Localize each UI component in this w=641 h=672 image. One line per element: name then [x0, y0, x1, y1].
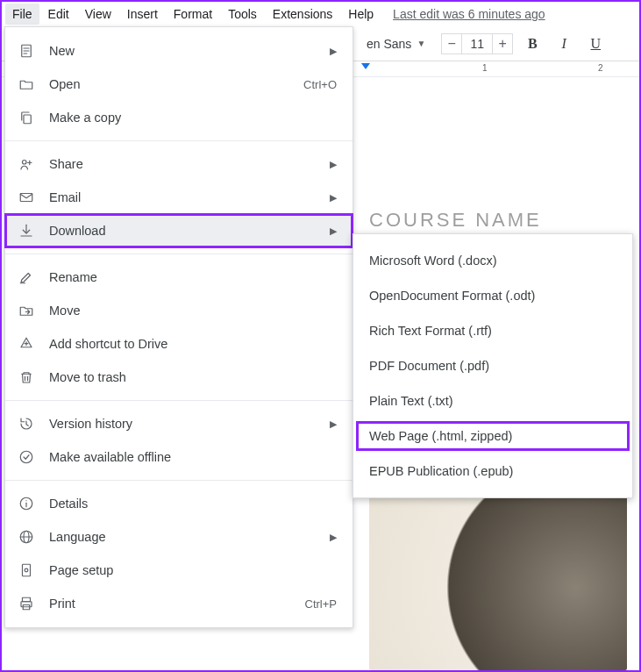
menu-label: Add shortcut to Drive: [49, 337, 337, 351]
heading-course-name[interactable]: COURSE NAME: [369, 209, 627, 232]
underline-button[interactable]: U: [583, 32, 608, 56]
ruler-tick: 1: [482, 63, 488, 73]
increase-font-button[interactable]: +: [492, 33, 513, 54]
svg-point-5: [23, 161, 27, 165]
menu-separator: [5, 480, 353, 481]
svg-point-22: [25, 568, 28, 572]
globe-icon: [18, 528, 35, 546]
menu-label: Version history: [49, 417, 316, 431]
download-submenu: Microsoft Word (.docx) OpenDocument Form…: [353, 233, 633, 498]
font-size-group: − 11 +: [441, 33, 513, 54]
menu-label: Open: [49, 77, 289, 91]
download-option-odt[interactable]: OpenDocument Format (.odt): [353, 278, 632, 313]
menu-item-rename[interactable]: Rename: [5, 261, 353, 294]
menu-item-print[interactable]: Print Ctrl+P: [5, 587, 353, 620]
menu-label: Download: [49, 224, 316, 238]
offline-icon: [18, 448, 35, 466]
font-family-select[interactable]: en Sans ▼: [361, 33, 431, 54]
download-option-docx[interactable]: Microsoft Word (.docx): [353, 243, 632, 278]
menu-item-version-history[interactable]: Version history ▶: [5, 407, 353, 440]
menubar: File Edit View Insert Format Tools Exten…: [2, 2, 639, 26]
share-icon: [18, 155, 35, 173]
menu-separator: [5, 140, 353, 141]
drive-shortcut-icon: [18, 335, 35, 353]
download-option-epub[interactable]: EPUB Publication (.epub): [353, 454, 632, 489]
submenu-arrow-icon: ▶: [330, 46, 337, 57]
menu-label: Rename: [49, 270, 337, 284]
menu-item-download[interactable]: Download ▶: [5, 214, 353, 247]
info-icon: [18, 495, 35, 512]
svg-point-17: [25, 500, 26, 501]
menu-label: Make a copy: [49, 111, 337, 125]
move-folder-icon: [18, 302, 35, 319]
decrease-font-button[interactable]: −: [441, 33, 462, 54]
menu-item-new[interactable]: New ▶: [5, 34, 353, 68]
download-option-txt[interactable]: Plain Text (.txt): [353, 383, 632, 418]
email-icon: [18, 189, 35, 206]
menu-separator: [5, 254, 353, 254]
font-family-label: en Sans: [367, 37, 411, 51]
menu-label: Language: [49, 530, 316, 544]
menu-file[interactable]: File: [5, 4, 39, 25]
svg-rect-8: [20, 194, 32, 202]
bold-button[interactable]: B: [520, 32, 545, 56]
page-setup-icon: [18, 561, 35, 579]
copy-icon: [18, 109, 35, 126]
download-option-rtf[interactable]: Rich Text Format (.rtf): [353, 313, 632, 348]
submenu-arrow-icon: ▶: [330, 418, 337, 430]
svg-rect-4: [24, 115, 31, 124]
font-size-value[interactable]: 11: [462, 33, 492, 54]
menu-item-make-copy[interactable]: Make a copy: [5, 101, 353, 134]
file-menu-dropdown: New ▶ Open Ctrl+O Make a copy Share ▶ Em…: [4, 26, 353, 628]
pencil-icon: [18, 268, 35, 286]
menu-item-email[interactable]: Email ▶: [5, 181, 353, 214]
folder-icon: [18, 75, 35, 93]
menu-extensions[interactable]: Extensions: [266, 4, 339, 25]
ruler-tick: 2: [598, 63, 603, 73]
menu-label: Details: [49, 497, 337, 511]
menu-shortcut: Ctrl+P: [305, 597, 337, 611]
svg-rect-21: [23, 564, 31, 576]
menu-item-language[interactable]: Language ▶: [5, 520, 353, 554]
indent-marker-icon[interactable]: [361, 63, 370, 69]
last-edit-link[interactable]: Last edit was 6 minutes ago: [393, 7, 545, 21]
submenu-arrow-icon: ▶: [330, 225, 337, 237]
history-icon: [18, 415, 35, 433]
menu-item-open[interactable]: Open Ctrl+O: [5, 68, 353, 101]
menu-item-add-shortcut[interactable]: Add shortcut to Drive: [5, 327, 353, 361]
menu-item-offline[interactable]: Make available offline: [5, 440, 353, 474]
chevron-down-icon: ▼: [417, 39, 425, 48]
document-icon: [18, 42, 35, 60]
download-option-pdf[interactable]: PDF Document (.pdf): [353, 348, 632, 383]
menu-view[interactable]: View: [78, 4, 118, 25]
italic-button[interactable]: I: [552, 32, 576, 56]
download-option-html[interactable]: Web Page (.html, zipped): [353, 418, 632, 454]
menu-label: Make available offline: [49, 450, 337, 464]
menu-tools[interactable]: Tools: [221, 4, 264, 25]
trash-icon: [18, 368, 35, 386]
submenu-arrow-icon: ▶: [330, 532, 337, 543]
menu-item-share[interactable]: Share ▶: [5, 147, 353, 181]
menu-label: Move to trash: [49, 370, 337, 384]
svg-rect-23: [23, 597, 31, 602]
print-icon: [18, 595, 35, 612]
menu-item-trash[interactable]: Move to trash: [5, 361, 353, 394]
menu-item-details[interactable]: Details: [5, 487, 353, 520]
menu-label: New: [49, 44, 316, 58]
menu-shortcut: Ctrl+O: [303, 78, 337, 91]
submenu-arrow-icon: ▶: [330, 159, 337, 170]
menu-edit[interactable]: Edit: [41, 4, 76, 25]
menu-help[interactable]: Help: [341, 4, 381, 25]
menu-label: Page setup: [49, 563, 337, 577]
menu-insert[interactable]: Insert: [120, 4, 165, 25]
svg-point-14: [20, 451, 32, 463]
menu-label: Move: [49, 304, 337, 318]
menu-label: Share: [49, 157, 316, 171]
menu-item-move[interactable]: Move: [5, 294, 353, 327]
menu-item-page-setup[interactable]: Page setup: [5, 554, 353, 587]
submenu-arrow-icon: ▶: [330, 192, 337, 204]
download-icon: [18, 222, 35, 239]
menu-format[interactable]: Format: [167, 4, 219, 25]
menu-label: Email: [49, 190, 316, 204]
header-image[interactable]: [369, 486, 627, 670]
